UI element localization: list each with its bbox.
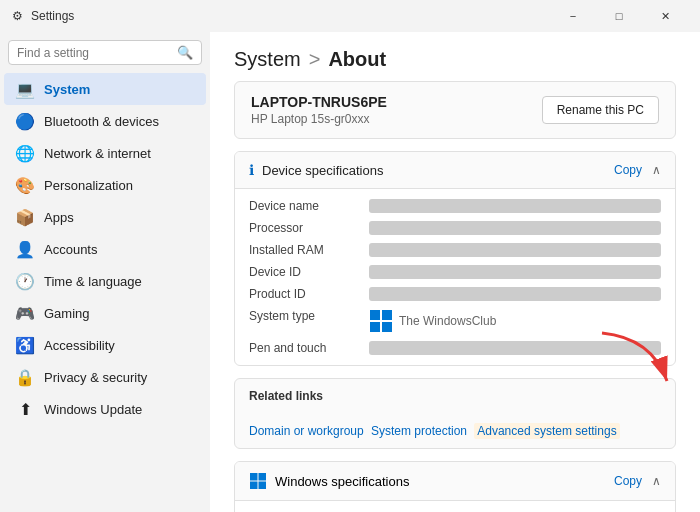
windows-specs-table: Edition Windows 11 Home Single Language … bbox=[235, 501, 675, 512]
breadcrumb-current: About bbox=[328, 48, 386, 71]
svg-rect-7 bbox=[250, 482, 258, 490]
related-links-container: Domain or workgroup System protection Ad… bbox=[249, 423, 620, 438]
device-name: LAPTOP-TNRUS6PE bbox=[251, 94, 387, 110]
related-link-1[interactable]: System protection bbox=[371, 424, 467, 438]
device-header: LAPTOP-TNRUS6PE HP Laptop 15s-gr0xxx Ren… bbox=[234, 81, 676, 139]
windows-specs-copy-button[interactable]: Copy bbox=[614, 474, 642, 488]
accounts-nav-label: Accounts bbox=[44, 242, 97, 257]
device-specs-table: Device name Processor Installed RAM Devi… bbox=[235, 189, 675, 365]
spec-value-6 bbox=[369, 341, 661, 355]
windows-specs-title: Windows specifications bbox=[275, 474, 409, 489]
related-link-sep-0 bbox=[364, 423, 371, 438]
personalization-nav-label: Personalization bbox=[44, 178, 133, 193]
app-body: 🔍 💻 System 🔵 Bluetooth & devices 🌐 Netwo… bbox=[0, 32, 700, 512]
accessibility-nav-icon: ♿ bbox=[16, 336, 34, 354]
gaming-nav-label: Gaming bbox=[44, 306, 90, 321]
breadcrumb-separator: > bbox=[309, 48, 321, 71]
device-info: LAPTOP-TNRUS6PE HP Laptop 15s-gr0xxx bbox=[251, 94, 387, 126]
windows-logo-icon bbox=[249, 472, 267, 490]
search-input[interactable] bbox=[17, 46, 171, 60]
device-spec-row-2: Installed RAM bbox=[235, 239, 675, 261]
close-button[interactable]: ✕ bbox=[642, 0, 688, 32]
windows-specs-header: Windows specifications Copy ∧ bbox=[235, 462, 675, 501]
device-specs-card: ℹ Device specifications Copy ∧ Device na… bbox=[234, 151, 676, 366]
device-specs-actions: Copy ∧ bbox=[614, 163, 661, 177]
device-spec-row-0: Device name bbox=[235, 195, 675, 217]
svg-rect-5 bbox=[250, 473, 258, 481]
spec-label-3: Device ID bbox=[249, 265, 369, 279]
breadcrumb-parent: System bbox=[234, 48, 301, 71]
network-nav-icon: 🌐 bbox=[16, 144, 34, 162]
accounts-nav-icon: 👤 bbox=[16, 240, 34, 258]
spec-label-1: Processor bbox=[249, 221, 369, 235]
maximize-button[interactable]: □ bbox=[596, 0, 642, 32]
sidebar-item-time[interactable]: 🕐 Time & language bbox=[4, 265, 206, 297]
accessibility-nav-label: Accessibility bbox=[44, 338, 115, 353]
spec-value-4 bbox=[369, 287, 661, 301]
search-icon: 🔍 bbox=[177, 45, 193, 60]
rename-pc-button[interactable]: Rename this PC bbox=[542, 96, 659, 124]
device-spec-row-3: Device ID bbox=[235, 261, 675, 283]
bluetooth-nav-icon: 🔵 bbox=[16, 112, 34, 130]
apps-nav-label: Apps bbox=[44, 210, 74, 225]
spec-label-2: Installed RAM bbox=[249, 243, 369, 257]
sidebar-item-personalization[interactable]: 🎨 Personalization bbox=[4, 169, 206, 201]
time-nav-label: Time & language bbox=[44, 274, 142, 289]
spec-label-0: Device name bbox=[249, 199, 369, 213]
spec-value-5: The WindowsClub bbox=[369, 309, 661, 333]
sidebar-item-accounts[interactable]: 👤 Accounts bbox=[4, 233, 206, 265]
gaming-nav-icon: 🎮 bbox=[16, 304, 34, 322]
windows-specs-chevron-icon: ∧ bbox=[652, 474, 661, 488]
settings-icon: ⚙ bbox=[12, 9, 23, 23]
windows-specs-title-group: Windows specifications bbox=[249, 472, 409, 490]
device-specs-chevron-icon: ∧ bbox=[652, 163, 661, 177]
update-nav-icon: ⬆ bbox=[16, 400, 34, 418]
spec-label-5: System type bbox=[249, 309, 369, 333]
sidebar-item-apps[interactable]: 📦 Apps bbox=[4, 201, 206, 233]
bluetooth-nav-label: Bluetooth & devices bbox=[44, 114, 159, 129]
app-title: Settings bbox=[31, 9, 74, 23]
svg-rect-1 bbox=[382, 310, 392, 320]
device-spec-row-4: Product ID bbox=[235, 283, 675, 305]
title-bar-left: ⚙ Settings bbox=[12, 9, 74, 23]
sidebar-item-gaming[interactable]: 🎮 Gaming bbox=[4, 297, 206, 329]
personalization-nav-icon: 🎨 bbox=[16, 176, 34, 194]
sidebar-item-accessibility[interactable]: ♿ Accessibility bbox=[4, 329, 206, 361]
sidebar: 🔍 💻 System 🔵 Bluetooth & devices 🌐 Netwo… bbox=[0, 32, 210, 512]
minimize-button[interactable]: − bbox=[550, 0, 596, 32]
apps-nav-icon: 📦 bbox=[16, 208, 34, 226]
privacy-nav-icon: 🔒 bbox=[16, 368, 34, 386]
privacy-nav-label: Privacy & security bbox=[44, 370, 147, 385]
svg-rect-3 bbox=[382, 322, 392, 332]
win-spec-row-0: Edition Windows 11 Home Single Language bbox=[235, 507, 675, 512]
device-spec-row-1: Processor bbox=[235, 217, 675, 239]
sidebar-item-system[interactable]: 💻 System bbox=[4, 73, 206, 105]
nav-items: 💻 System 🔵 Bluetooth & devices 🌐 Network… bbox=[0, 73, 210, 425]
breadcrumb: System > About bbox=[210, 32, 700, 81]
svg-rect-8 bbox=[259, 482, 267, 490]
spec-value-2 bbox=[369, 243, 661, 257]
windows-specs-actions: Copy ∧ bbox=[614, 474, 661, 488]
time-nav-icon: 🕐 bbox=[16, 272, 34, 290]
related-links-wrapper: Related links Domain or workgroup System… bbox=[210, 378, 700, 449]
device-spec-row-5: System type The WindowsClub bbox=[235, 305, 675, 337]
sidebar-item-update[interactable]: ⬆ Windows Update bbox=[4, 393, 206, 425]
sidebar-item-privacy[interactable]: 🔒 Privacy & security bbox=[4, 361, 206, 393]
related-link-0[interactable]: Domain or workgroup bbox=[249, 424, 364, 438]
spec-value-3 bbox=[369, 265, 661, 279]
related-link-2[interactable]: Advanced system settings bbox=[474, 423, 619, 439]
spec-value-1 bbox=[369, 221, 661, 235]
device-specs-title: Device specifications bbox=[262, 163, 383, 178]
main-content: System > About LAPTOP-TNRUS6PE HP Laptop… bbox=[210, 32, 700, 512]
device-specs-title-group: ℹ Device specifications bbox=[249, 162, 383, 178]
sidebar-item-network[interactable]: 🌐 Network & internet bbox=[4, 137, 206, 169]
device-specs-copy-button[interactable]: Copy bbox=[614, 163, 642, 177]
spec-label-6: Pen and touch bbox=[249, 341, 369, 355]
update-nav-label: Windows Update bbox=[44, 402, 142, 417]
spec-value-0 bbox=[369, 199, 661, 213]
spec-label-4: Product ID bbox=[249, 287, 369, 301]
title-bar: ⚙ Settings − □ ✕ bbox=[0, 0, 700, 32]
search-box[interactable]: 🔍 bbox=[8, 40, 202, 65]
related-links-label: Related links bbox=[249, 389, 323, 403]
sidebar-item-bluetooth[interactable]: 🔵 Bluetooth & devices bbox=[4, 105, 206, 137]
